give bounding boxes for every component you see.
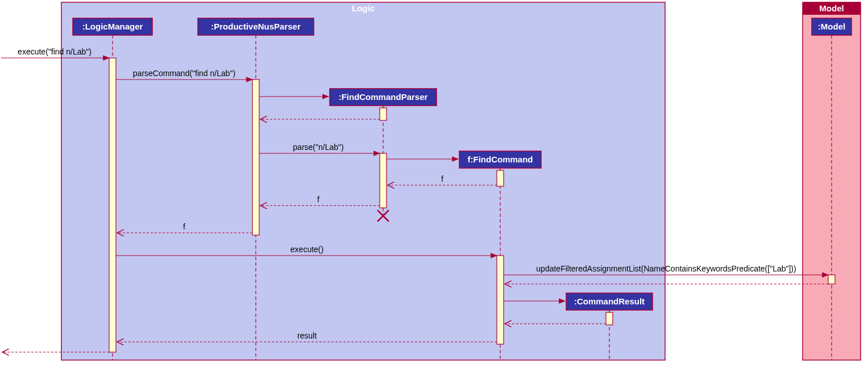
msg-result-label: result — [297, 331, 317, 340]
activation-model — [828, 275, 835, 284]
sequence-diagram: Logic Model :LogicManager :ProductiveNus… — [0, 0, 868, 372]
msg-execute-label: execute() — [290, 245, 323, 254]
participant-model-label: :Model — [818, 22, 845, 31]
participant-parser-label: :ProductiveNusParser — [211, 22, 301, 31]
participant-find-parser-label: :FindCommandParser — [339, 92, 428, 102]
participant-cmd-result-label: :CommandResult — [574, 296, 645, 306]
msg-execute-find-label: execute("find n/Lab") — [18, 47, 92, 56]
activation-find-cmd-1 — [497, 170, 504, 186]
logic-box-title: Logic — [352, 3, 375, 13]
msg-parse-command-label: parseCommand("find n/Lab") — [133, 69, 235, 78]
activation-logic-manager — [109, 58, 116, 352]
activation-find-parser-1 — [380, 108, 387, 120]
msg-return-f3-label: f — [183, 222, 185, 231]
activation-cmd-result — [606, 312, 613, 325]
msg-return-f1-label: f — [441, 174, 443, 183]
activation-find-cmd-2 — [497, 256, 504, 344]
msg-parse-label: parse("n/Lab") — [293, 143, 343, 152]
model-box — [803, 2, 861, 360]
msg-return-f2-label: f — [317, 195, 319, 204]
participant-logic-manager-label: :LogicManager — [82, 22, 143, 31]
model-box-title: Model — [819, 3, 844, 13]
activation-parser — [252, 80, 259, 235]
msg-update-filtered-label: updateFilteredAssignmentList(NameContain… — [536, 264, 796, 273]
activation-find-parser-2 — [380, 153, 387, 208]
participant-find-cmd-label: f:FindCommand — [468, 154, 533, 164]
